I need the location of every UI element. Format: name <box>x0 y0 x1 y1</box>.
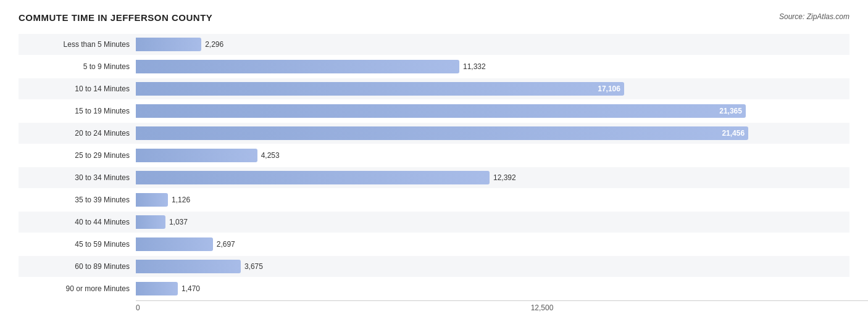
bar <box>136 60 459 73</box>
bar: 17,106 <box>136 82 624 96</box>
bar-label: 90 or more Minutes <box>19 284 136 293</box>
bar <box>136 193 168 207</box>
x-axis-label: 12,500 <box>531 303 554 312</box>
bar-value-inside: 21,365 <box>719 107 742 115</box>
bar-label: 15 to 19 Minutes <box>19 107 136 115</box>
bar-value-inside: 17,106 <box>598 85 620 93</box>
chart-area: Less than 5 Minutes2,2965 to 9 Minutes11… <box>19 34 849 300</box>
bar <box>136 282 178 295</box>
bar-container: 21,365 <box>136 104 849 118</box>
bar-row: 35 to 39 Minutes1,126 <box>19 189 849 210</box>
bar-label: 5 to 9 Minutes <box>19 62 136 71</box>
bar-value: 1,470 <box>182 284 200 293</box>
bar-row: 45 to 59 Minutes2,697 <box>19 234 849 255</box>
bar-label: 45 to 59 Minutes <box>19 240 136 249</box>
page-container: COMMUTE TIME IN JEFFERSON COUNTY Source:… <box>19 12 849 312</box>
bar-label: 10 to 14 Minutes <box>19 85 136 93</box>
bar-label: 20 to 24 Minutes <box>19 129 136 138</box>
bar-container: 21,456 <box>136 126 849 140</box>
bar-value: 11,332 <box>463 62 486 71</box>
bar: 21,456 <box>136 126 748 140</box>
bar-row: 30 to 34 Minutes12,392 <box>19 167 849 188</box>
bar <box>136 215 165 229</box>
bar <box>136 237 213 251</box>
bar-container: 1,037 <box>136 215 849 229</box>
bar-container: 4,253 <box>136 149 849 162</box>
bar-value: 2,296 <box>205 40 223 49</box>
x-axis: 012,50025,000 <box>136 300 868 312</box>
bar-container: 17,106 <box>136 82 849 96</box>
bar-container: 3,675 <box>136 260 849 273</box>
bar-value: 2,697 <box>217 240 235 249</box>
bar-row: 5 to 9 Minutes11,332 <box>19 56 849 77</box>
bar-row: 25 to 29 Minutes4,253 <box>19 145 849 166</box>
bar-label: 40 to 44 Minutes <box>19 218 136 226</box>
bar-label: 60 to 89 Minutes <box>19 262 136 271</box>
bar <box>136 149 257 162</box>
bar-label: 35 to 39 Minutes <box>19 196 136 204</box>
chart-title: COMMUTE TIME IN JEFFERSON COUNTY <box>19 12 212 23</box>
bar-row: Less than 5 Minutes2,296 <box>19 34 849 55</box>
bar-container: 1,470 <box>136 282 849 295</box>
bar-label: 25 to 29 Minutes <box>19 151 136 160</box>
bar-row: 40 to 44 Minutes1,037 <box>19 212 849 233</box>
bar-value: 1,126 <box>172 196 190 204</box>
bar <box>136 260 241 273</box>
bar-value: 1,037 <box>169 218 188 226</box>
bar-row: 90 or more Minutes1,470 <box>19 278 849 299</box>
bar-value: 4,253 <box>261 151 280 160</box>
bar-container: 1,126 <box>136 193 849 207</box>
chart-header: COMMUTE TIME IN JEFFERSON COUNTY Source:… <box>19 12 849 23</box>
bar-container: 11,332 <box>136 60 849 73</box>
bar-container: 12,392 <box>136 171 849 184</box>
bar: 21,365 <box>136 104 746 118</box>
source-label: Source: ZipAtlas.com <box>779 12 849 21</box>
bar-container: 2,296 <box>136 38 849 51</box>
bar-row: 15 to 19 Minutes21,365 <box>19 101 849 122</box>
bar <box>136 38 201 51</box>
chart-body: Less than 5 Minutes2,2965 to 9 Minutes11… <box>19 34 849 312</box>
bar-row: 60 to 89 Minutes3,675 <box>19 256 849 277</box>
bar-label: 30 to 34 Minutes <box>19 173 136 182</box>
bar <box>136 171 490 184</box>
bar-row: 20 to 24 Minutes21,456 <box>19 123 849 144</box>
bar-value: 3,675 <box>244 262 263 271</box>
bar-row: 10 to 14 Minutes17,106 <box>19 78 849 99</box>
bar-container: 2,697 <box>136 237 849 251</box>
bar-value-inside: 21,456 <box>722 129 745 138</box>
x-axis-label: 0 <box>136 303 140 312</box>
bar-value: 12,392 <box>493 173 516 182</box>
bar-label: Less than 5 Minutes <box>19 40 136 49</box>
